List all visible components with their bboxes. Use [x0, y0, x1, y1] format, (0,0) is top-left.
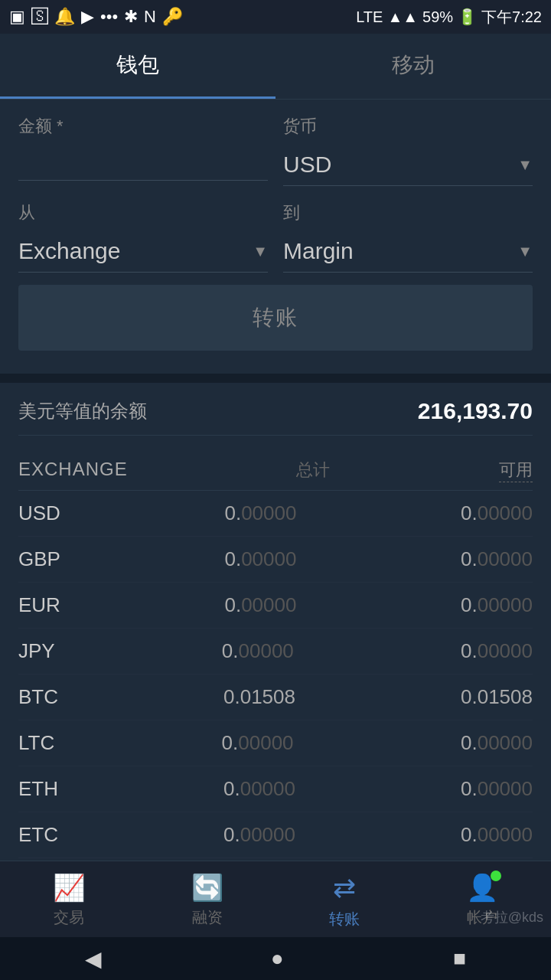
time: 下午7:22 [481, 7, 542, 28]
nav-finance-label: 融资 [192, 907, 223, 928]
to-group: 到 Margin ▼ [283, 201, 533, 273]
to-select[interactable]: Margin ▼ [283, 230, 533, 273]
currency-cell: USD [18, 501, 60, 525]
table-row: LTC 0.00000 0.00000 [18, 720, 533, 766]
notification-icon: 🔔 [54, 7, 75, 27]
system-nav: ◀ ● ■ [0, 937, 551, 980]
total-cell: 0.00000 [224, 501, 296, 525]
balance-section: 美元等值的余额 216,193.70 [0, 383, 551, 451]
send-icon: ▶ [81, 7, 94, 27]
battery-icon: 🔋 [458, 8, 477, 26]
sim-icon: ▣ [9, 7, 25, 27]
from-select[interactable]: Exchange ▼ [18, 230, 268, 273]
table-row: GBP 0.00000 0.00000 [18, 537, 533, 583]
currency-cell: BTC [18, 685, 58, 709]
from-arrow-icon: ▼ [253, 243, 268, 260]
currency-label: 货币 [283, 115, 533, 138]
total-header: 总计 [296, 459, 330, 482]
total-cell: 0.00000 [222, 731, 294, 755]
tab-move[interactable]: 移动 [276, 34, 551, 99]
account-online-dot [491, 871, 501, 881]
transfer-button[interactable]: 转账 [18, 285, 533, 351]
to-value: Margin [283, 238, 354, 264]
available-cell: 0.00000 [461, 593, 533, 617]
more-icon: ••• [100, 7, 118, 27]
total-cell: 0.00000 [223, 823, 295, 847]
nav-transfer[interactable]: ⇄ 转账 [329, 872, 360, 929]
nfc-icon: N [144, 7, 156, 27]
currency-group: 货币 USD ▼ [283, 115, 533, 186]
battery-percent: 59% [422, 8, 453, 26]
currency-cell: ETH [18, 777, 58, 801]
available-cell: 0.00000 [461, 777, 533, 801]
available-cell: 0.01508 [461, 685, 533, 709]
trade-icon: 📈 [53, 872, 85, 903]
lte-icon: LTE [356, 8, 383, 26]
top-tabs: 钱包 移动 [0, 34, 551, 100]
total-cell: 0.00000 [224, 593, 296, 617]
total-cell: 0.00000 [223, 777, 295, 801]
amount-input[interactable] [18, 144, 268, 181]
available-cell: 0.00000 [461, 823, 533, 847]
section-divider [0, 374, 551, 383]
to-arrow-icon: ▼ [517, 243, 533, 260]
wallet-icon: 🅂 [31, 7, 48, 27]
balance-value: 216,193.70 [418, 398, 533, 424]
amount-group: 金额 * [18, 115, 268, 186]
available-header: 可用 [499, 459, 533, 482]
from-value: Exchange [18, 238, 120, 264]
transfer-btn-wrap: 转账 [18, 285, 533, 351]
table-row: USD 0.00000 0.00000 [18, 491, 533, 537]
table-row: EUR 0.00000 0.00000 [18, 583, 533, 629]
table-row: JPY 0.00000 0.00000 [18, 629, 533, 675]
currency-arrow-icon: ▼ [517, 156, 533, 174]
from-group: 从 Exchange ▼ [18, 201, 268, 273]
recent-button[interactable]: ■ [453, 946, 466, 971]
available-cell: 0.00000 [461, 639, 533, 663]
table-row: BTC 0.01508 0.01508 [18, 675, 533, 720]
home-button[interactable]: ● [271, 946, 284, 971]
table-row: ETC 0.00000 0.00000 [18, 812, 533, 858]
nav-transfer-label: 转账 [329, 909, 360, 929]
amount-label: 金额 * [18, 115, 268, 138]
from-label: 从 [18, 201, 268, 224]
amount-currency-row: 金额 * 货币 USD ▼ [18, 115, 533, 186]
table-header: EXCHANGE 总计 可用 [18, 451, 533, 491]
finance-icon: 🔄 [191, 872, 223, 903]
currency-cell: ETC [18, 823, 58, 847]
nav-finance[interactable]: 🔄 融资 [191, 872, 223, 929]
section-title: EXCHANGE [18, 459, 128, 482]
transfer-icon: ⇄ [333, 872, 356, 904]
currency-cell: LTC [18, 731, 54, 755]
bottom-nav: 📈 交易 🔄 融资 ⇄ 转账 👤 帐户 [0, 861, 551, 937]
key-icon: 🔑 [162, 7, 183, 27]
currency-select[interactable]: USD ▼ [283, 144, 533, 186]
to-label: 到 [283, 201, 533, 224]
form-area: 金额 * 货币 USD ▼ 从 Exchange ▼ 到 Margin ▼ [0, 100, 551, 374]
balance-row: 美元等值的余额 216,193.70 [18, 398, 533, 436]
currency-cell: EUR [18, 593, 60, 617]
currency-cell: GBP [18, 547, 60, 571]
table-row: ETH 0.00000 0.00000 [18, 766, 533, 812]
nav-trade[interactable]: 📈 交易 [53, 872, 85, 929]
status-left: ▣ 🅂 🔔 ▶ ••• ✱ N 🔑 [9, 7, 183, 27]
nav-trade-label: 交易 [54, 907, 84, 928]
currency-value: USD [283, 152, 331, 178]
watermark: 考拉@kds [481, 908, 543, 926]
balance-label: 美元等值的余额 [18, 399, 147, 423]
currency-cell: JPY [18, 639, 55, 663]
back-button[interactable]: ◀ [85, 946, 102, 972]
status-right: LTE ▲▲ 59% 🔋 下午7:22 [356, 7, 542, 28]
total-cell: 0.00000 [224, 547, 296, 571]
status-bar: ▣ 🅂 🔔 ▶ ••• ✱ N 🔑 LTE ▲▲ 59% 🔋 下午7:22 [0, 0, 551, 34]
available-cell: 0.00000 [461, 501, 533, 525]
signal-bars: ▲▲ [387, 8, 418, 26]
from-to-row: 从 Exchange ▼ 到 Margin ▼ [18, 201, 533, 273]
available-cell: 0.00000 [461, 547, 533, 571]
available-cell: 0.00000 [461, 731, 533, 755]
total-cell: 0.00000 [222, 639, 294, 663]
tab-wallet[interactable]: 钱包 [0, 34, 276, 99]
bluetooth-icon: ✱ [124, 7, 138, 27]
total-cell: 0.01508 [223, 685, 295, 709]
